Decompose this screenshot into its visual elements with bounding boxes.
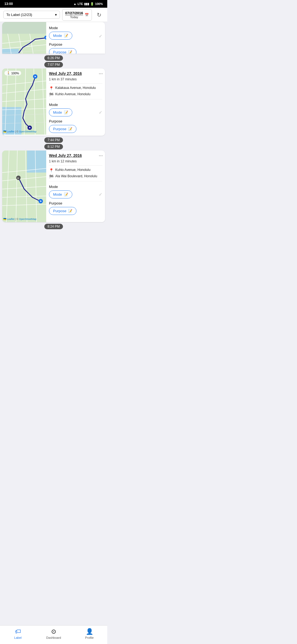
trip1-purpose-edit-icon: 📝 [68, 127, 72, 131]
trip1-divider2 [49, 99, 102, 99]
label-selector[interactable]: To Label (12/23) ▾ [3, 11, 60, 19]
confidence-pct: 100% [11, 72, 19, 75]
trip1-mode-button[interactable]: Mode 📝 [49, 108, 72, 116]
partial-purpose-text: Purpose [53, 50, 66, 54]
trip1-duration: 1 km in 37 minutes [49, 77, 102, 81]
trip2-purpose-text: Purpose [53, 209, 66, 213]
trip1-dest-row: 🏁 Kuhio Avenue, Honolulu [49, 92, 102, 97]
trip2-purpose-section: Purpose [49, 201, 102, 205]
trip2-origin: Kuhio Avenue, Honolulu [55, 168, 90, 172]
trip-card-2: ● ⚑ 🇺🇦 Leaflet | © OpenStreetMap ··· Wed… [2, 151, 105, 222]
status-bar: 13:00 ▲ LTE ▮▮▮ 🔋 100% [0, 0, 107, 8]
trip2-date: Wed July 27, 2016 [49, 153, 102, 158]
time-label-5: 8:24 PM [44, 224, 63, 229]
trip2-mode-button[interactable]: Mode 📝 [49, 190, 72, 198]
trip2-origin-pin-icon: 📍 [49, 168, 54, 173]
partial-mode-button[interactable]: Mode 📝 [49, 32, 72, 40]
dest-flag-icon: 🏁 [49, 92, 54, 97]
time-label-4: 8:12 PM [44, 144, 63, 149]
trip2-destination: Ala Wai Boulevard, Honolulu [55, 174, 97, 179]
partial-purpose-label: Purpose [49, 42, 102, 47]
trip2-more-button[interactable]: ··· [99, 153, 103, 159]
trip1-more-button[interactable]: ··· [99, 71, 103, 77]
trip2-mode-text: Mode [53, 192, 62, 197]
trip1-purpose-button[interactable]: Purpose 📝 [49, 125, 76, 133]
time-label-1: 6:26 PM [44, 55, 63, 61]
trip2-dest-row: 🏁 Ala Wai Boulevard, Honolulu [49, 174, 102, 179]
partial-trip-card: ⚑ 🇺🇦 Leaflet | © OpenStreetMap Mode Mode… [2, 22, 105, 54]
partial-mode-label: Mode [49, 26, 102, 30]
trip1-mode-check: ✓ [99, 110, 102, 115]
time-bubble-5: 8:24 PM [2, 224, 105, 229]
toolbar: To Label (12/23) ▾ 07/27/2016 Today 📅 ↻ [0, 8, 107, 22]
origin-pin-icon: 📍 [49, 86, 54, 91]
svg-text:⚑: ⚑ [40, 200, 42, 203]
partial-purpose-edit-icon: 📝 [68, 50, 72, 54]
partial-mode-text: Mode [53, 34, 62, 38]
battery-pct: 100% [95, 2, 103, 6]
map-attribution-2: 🇺🇦 Leaflet | © OpenStreetMap [3, 218, 37, 220]
trip1-info: ··· Wed July 27, 2016 1 km in 37 minutes… [46, 69, 105, 136]
trip2-purpose-button[interactable]: Purpose 📝 [49, 207, 76, 215]
trip2-info: ··· Wed July 27, 2016 1 km in 12 minutes… [46, 151, 105, 222]
trip1-mode-text: Mode [53, 110, 62, 114]
trip-card-1: ⚑ ⚑ 🚶 100% 🇺🇦 Leaflet | © OpenStreetMap … [2, 69, 105, 136]
trip1-map: ⚑ ⚑ 🚶 100% 🇺🇦 Leaflet | © OpenStreetMap [2, 69, 46, 135]
trip2-dest-flag-icon: 🏁 [49, 174, 54, 179]
trip1-origin: Kalakaua Avenue, Honolulu [55, 86, 96, 90]
refresh-button[interactable]: ↻ [94, 10, 104, 20]
partial-info: Mode Mode 📝 ✓ Purpose Purpose 📝 [46, 22, 105, 54]
time-bubble-2: 7:07 PM [2, 62, 105, 67]
time-bubble-4: 8:12 PM [2, 144, 105, 149]
time-bubble-1: 6:26 PM [2, 55, 105, 60]
trip2-divider2 [49, 181, 102, 181]
trip2-origin-row: 📍 Kuhio Avenue, Honolulu [49, 168, 102, 173]
trip2-mode-section: Mode [49, 185, 102, 189]
time-label-2: 7:07 PM [44, 62, 63, 67]
trip1-purpose-text: Purpose [53, 127, 66, 131]
chevron-down-icon: ▾ [55, 13, 57, 17]
calendar-icon: 📅 [85, 13, 89, 17]
svg-text:●: ● [17, 177, 19, 179]
status-time: 13:00 [4, 2, 13, 6]
trip1-mode-section: Mode [49, 103, 102, 107]
trip1-destination: Kuhio Avenue, Honolulu [55, 92, 90, 97]
svg-text:⚑: ⚑ [34, 75, 36, 78]
trip1-date: Wed July 27, 2016 [49, 71, 102, 76]
partial-map: ⚑ 🇺🇦 Leaflet | © OpenStreetMap [2, 22, 46, 54]
lte-label: LTE [78, 2, 83, 6]
trip2-duration: 1 km in 12 minutes [49, 159, 102, 163]
map-attribution-1: 🇺🇦 Leaflet | © OpenStreetMap [3, 130, 37, 133]
trip2-divider1 [49, 165, 102, 166]
trip1-confidence: 🚶 100% [4, 71, 21, 75]
date-selector[interactable]: 07/27/2016 Today 📅 [62, 9, 92, 21]
content-area: ⚑ 🇺🇦 Leaflet | © OpenStreetMap Mode Mode… [0, 22, 107, 252]
trip2-mode-check: ✓ [99, 192, 102, 197]
trip1-origin-row: 📍 Kalakaua Avenue, Honolulu [49, 86, 102, 91]
status-icons: ▲ LTE ▮▮▮ 🔋 100% [73, 2, 103, 6]
trip1-mode-edit-icon: 📝 [64, 110, 68, 114]
partial-purpose-button[interactable]: Purpose 📝 [49, 48, 76, 54]
partial-mode-check: ✓ [99, 34, 102, 39]
trip2-map: ● ⚑ 🇺🇦 Leaflet | © OpenStreetMap [2, 151, 46, 222]
label-selector-text: To Label (12/23) [6, 13, 32, 17]
partial-mode-edit-icon: 📝 [64, 34, 68, 38]
wifi-icon: ▲ [73, 2, 76, 6]
time-bubble-3: 7:44 PM [2, 137, 105, 142]
time-label-3: 7:44 PM [44, 137, 63, 143]
walk-icon: 🚶 [7, 71, 10, 75]
signal-icon: ▮▮▮ [84, 2, 89, 6]
trip1-divider1 [49, 83, 102, 84]
svg-text:⚑: ⚑ [29, 127, 31, 129]
trip2-mode-edit-icon: 📝 [64, 192, 68, 197]
trip2-purpose-edit-icon: 📝 [68, 209, 72, 213]
battery-icon: 🔋 [90, 2, 94, 6]
date-text: 07/27/2016 [65, 11, 83, 15]
today-text: Today [65, 15, 83, 19]
trip1-purpose-section: Purpose [49, 119, 102, 123]
